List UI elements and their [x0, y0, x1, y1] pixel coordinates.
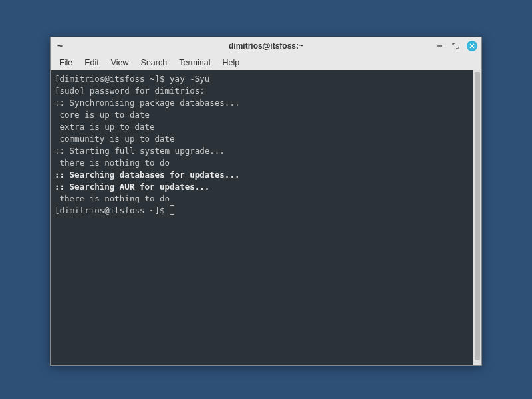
- menu-view[interactable]: View: [105, 56, 135, 69]
- terminal-line: [dimitrios@itsfoss ~]$ yay -Syu: [55, 73, 469, 85]
- terminal-line: extra is up to date: [55, 121, 469, 133]
- window-controls: [435, 41, 477, 51]
- terminal-line: [sudo] password for dimitrios:: [55, 85, 469, 97]
- terminal-prompt-line: [dimitrios@itsfoss ~]$: [55, 205, 469, 217]
- terminal-cursor: [170, 205, 174, 215]
- terminal-line: community is up to date: [55, 133, 469, 145]
- terminal-area[interactable]: [dimitrios@itsfoss ~]$ yay -Syu[sudo] pa…: [51, 70, 481, 365]
- scrollbar[interactable]: [473, 70, 481, 365]
- terminal-window: ~ dimitrios@itsfoss:~ File Edit View Sea…: [50, 37, 482, 366]
- menu-help[interactable]: Help: [216, 56, 245, 69]
- terminal-line: :: Searching AUR for updates...: [55, 181, 469, 193]
- terminal-line: :: Starting full system upgrade...: [55, 145, 469, 157]
- terminal-prompt: [dimitrios@itsfoss ~]$: [55, 205, 170, 215]
- menu-terminal[interactable]: Terminal: [173, 56, 216, 69]
- window-title: dimitrios@itsfoss:~: [51, 41, 481, 51]
- minimize-button[interactable]: [435, 41, 444, 51]
- scrollbar-thumb[interactable]: [475, 72, 480, 360]
- app-menu-icon[interactable]: ~: [55, 41, 65, 51]
- terminal-line: :: Synchronising package databases...: [55, 97, 469, 109]
- terminal-output[interactable]: [dimitrios@itsfoss ~]$ yay -Syu[sudo] pa…: [51, 70, 473, 365]
- menu-search[interactable]: Search: [135, 56, 174, 69]
- terminal-line: there is nothing to do: [55, 193, 469, 205]
- terminal-line: :: Searching databases for updates...: [55, 169, 469, 181]
- maximize-button[interactable]: [451, 41, 460, 51]
- close-button[interactable]: [467, 41, 477, 51]
- menu-edit[interactable]: Edit: [78, 56, 105, 69]
- terminal-line: there is nothing to do: [55, 157, 469, 169]
- titlebar[interactable]: ~ dimitrios@itsfoss:~: [51, 37, 481, 55]
- menubar: File Edit View Search Terminal Help: [51, 55, 481, 70]
- terminal-line: core is up to date: [55, 109, 469, 121]
- menu-file[interactable]: File: [53, 56, 78, 69]
